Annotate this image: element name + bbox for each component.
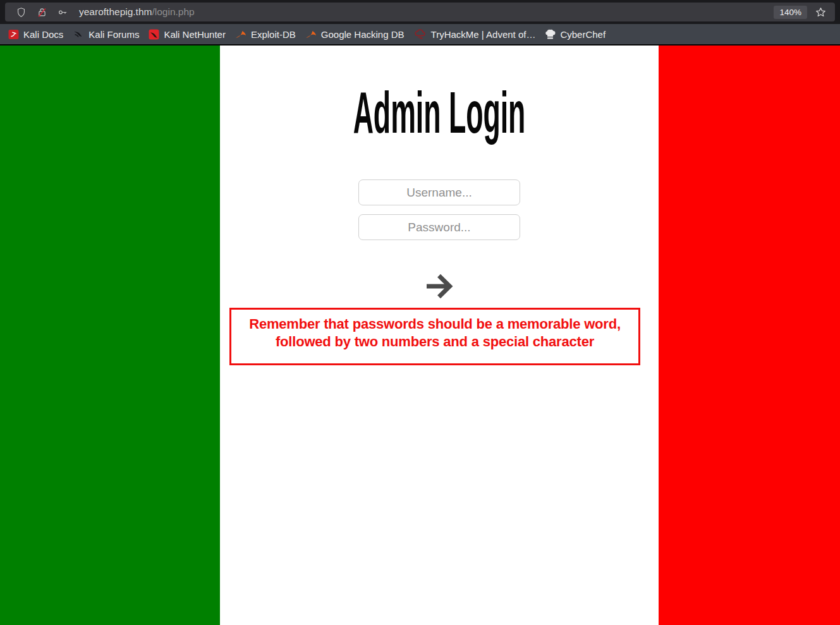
bookmark-label: TryHackMe | Advent of… bbox=[431, 29, 536, 40]
google-hacking-db-icon bbox=[305, 30, 317, 39]
page-title: Admin Login bbox=[334, 83, 544, 143]
flag-green-column bbox=[0, 46, 220, 625]
insecure-lock-icon[interactable] bbox=[37, 7, 47, 18]
page-viewport: Admin Login Remember that passwords shou… bbox=[0, 46, 840, 625]
url-domain: yearofthepig.thm bbox=[79, 6, 152, 17]
key-icon[interactable] bbox=[58, 7, 68, 18]
bookmark-label: Kali Docs bbox=[23, 29, 63, 40]
login-panel: Admin Login Remember that passwords shou… bbox=[220, 46, 659, 625]
flag-red-column bbox=[659, 46, 840, 625]
bookmark-label: Exploit-DB bbox=[251, 29, 296, 40]
arrow-right-icon bbox=[425, 292, 454, 301]
kali-nethunter-icon bbox=[149, 29, 159, 40]
tracking-protection-shield-icon[interactable] bbox=[16, 7, 27, 18]
bookmark-exploit-db[interactable]: Exploit-DB bbox=[235, 29, 296, 40]
bookmark-label: Google Hacking DB bbox=[321, 29, 405, 40]
browser-toolbar: yearofthepig.thm/login.php 140% bbox=[0, 0, 840, 24]
bookmarks-toolbar: Kali Docs Kali Forums Kali NetHunter Exp… bbox=[0, 24, 840, 46]
password-hint-line1: Remember that passwords should be a memo… bbox=[243, 315, 627, 333]
bookmark-kali-forums[interactable]: Kali Forums bbox=[73, 29, 139, 40]
tryhackme-cloud-icon bbox=[414, 29, 427, 39]
username-input[interactable] bbox=[358, 179, 520, 205]
login-form bbox=[220, 179, 659, 302]
login-submit-button[interactable] bbox=[425, 273, 454, 301]
bookmark-google-hacking-db[interactable]: Google Hacking DB bbox=[305, 29, 405, 40]
page-zoom-indicator[interactable]: 140% bbox=[774, 6, 807, 19]
password-hint-box: Remember that passwords should be a memo… bbox=[229, 308, 640, 365]
exploit-db-icon bbox=[235, 30, 247, 39]
bookmark-kali-docs[interactable]: Kali Docs bbox=[8, 29, 63, 40]
url-path: /login.php bbox=[152, 6, 194, 17]
password-hint-line2: followed by two numbers and a special ch… bbox=[243, 333, 627, 351]
bookmark-label: Kali NetHunter bbox=[164, 29, 226, 40]
kali-forums-icon bbox=[73, 29, 84, 39]
url-text[interactable]: yearofthepig.thm/login.php bbox=[79, 6, 195, 18]
bookmark-tryhackme[interactable]: TryHackMe | Advent of… bbox=[414, 29, 536, 40]
cyberchef-hat-icon bbox=[545, 29, 556, 39]
url-bar[interactable]: yearofthepig.thm/login.php 140% bbox=[5, 3, 835, 21]
bookmark-kali-nethunter[interactable]: Kali NetHunter bbox=[149, 29, 226, 40]
kali-docs-icon bbox=[8, 29, 19, 40]
password-input[interactable] bbox=[358, 214, 520, 240]
bookmark-star-icon[interactable] bbox=[815, 6, 827, 18]
bookmark-cyberchef[interactable]: CyberChef bbox=[545, 29, 606, 40]
bookmark-label: Kali Forums bbox=[88, 29, 139, 40]
bookmark-label: CyberChef bbox=[560, 29, 606, 40]
